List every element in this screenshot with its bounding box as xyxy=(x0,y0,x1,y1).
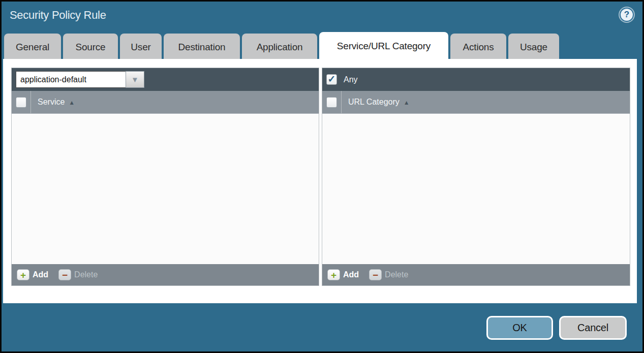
tab-label: Source xyxy=(75,42,105,53)
delete-button-label: Delete xyxy=(385,270,408,279)
service-dropdown-bar: application-default ▼ xyxy=(12,68,319,91)
tab-label: User xyxy=(131,42,150,53)
chevron-down-icon: ▼ xyxy=(131,76,139,83)
tab-usage[interactable]: Usage xyxy=(508,34,559,60)
add-button-label: Add xyxy=(343,270,359,279)
tab-label: Application xyxy=(257,42,303,53)
tab-label: General xyxy=(16,42,49,53)
service-type-dropdown[interactable]: application-default ▼ xyxy=(16,71,144,88)
service-add-button[interactable]: + Add xyxy=(17,269,48,280)
url-category-any-bar: ✓ Any xyxy=(322,68,630,91)
add-icon: + xyxy=(17,269,29,280)
url-category-delete-button[interactable]: − Delete xyxy=(369,269,408,280)
help-icon-glyph: ? xyxy=(624,10,629,20)
tab-bar: General Source User Destination Applicat… xyxy=(4,32,559,60)
help-icon[interactable]: ? xyxy=(620,8,634,22)
url-category-table-body[interactable] xyxy=(322,114,630,264)
url-category-select-all-cell xyxy=(322,91,342,113)
security-policy-rule-dialog: Security Policy Rule ? General Source Us… xyxy=(0,0,644,353)
url-category-any-checkbox[interactable]: ✓ xyxy=(326,74,337,85)
dialog-title: Security Policy Rule xyxy=(10,9,106,22)
url-category-table-footer: + Add − Delete xyxy=(322,264,630,285)
tab-user[interactable]: User xyxy=(120,34,162,60)
service-panel: application-default ▼ Service ▲ + Add xyxy=(11,68,319,286)
tab-application[interactable]: Application xyxy=(242,34,317,60)
delete-icon: − xyxy=(369,269,382,280)
add-button-label: Add xyxy=(33,270,48,279)
tab-general[interactable]: General xyxy=(4,34,61,60)
url-category-select-all-checkbox[interactable] xyxy=(326,97,337,108)
tab-label: Actions xyxy=(463,42,494,53)
sort-ascending-icon[interactable]: ▲ xyxy=(404,99,410,106)
tab-service-url-category[interactable]: Service/URL Category xyxy=(319,32,448,60)
url-category-any-label: Any xyxy=(344,75,358,84)
url-category-add-button[interactable]: + Add xyxy=(327,269,359,280)
tab-label: Usage xyxy=(520,42,547,53)
service-select-all-checkbox[interactable] xyxy=(16,97,26,108)
service-table-header: Service ▲ xyxy=(12,91,319,114)
url-category-panel: ✓ Any URL Category ▲ + Add − Delete xyxy=(322,68,630,286)
delete-icon: − xyxy=(58,269,71,280)
tab-actions[interactable]: Actions xyxy=(450,34,506,60)
service-type-dropdown-button[interactable]: ▼ xyxy=(126,71,144,88)
url-category-column-header[interactable]: URL Category xyxy=(348,98,400,107)
service-column-header[interactable]: Service xyxy=(38,98,65,107)
cancel-button[interactable]: Cancel xyxy=(559,316,627,340)
url-category-table-header: URL Category ▲ xyxy=(322,91,630,114)
tab-source[interactable]: Source xyxy=(63,34,118,60)
tab-content-area: application-default ▼ Service ▲ + Add xyxy=(3,59,637,303)
ok-button[interactable]: OK xyxy=(486,316,553,340)
service-select-all-cell xyxy=(12,91,31,113)
tab-destination[interactable]: Destination xyxy=(164,34,240,60)
delete-button-label: Delete xyxy=(74,270,98,279)
service-type-dropdown-value[interactable]: application-default xyxy=(16,71,126,88)
tab-label: Destination xyxy=(178,42,226,53)
service-delete-button[interactable]: − Delete xyxy=(58,269,98,280)
sort-ascending-icon[interactable]: ▲ xyxy=(69,99,75,106)
add-icon: + xyxy=(327,269,340,280)
service-table-footer: + Add − Delete xyxy=(12,264,319,285)
service-table-body[interactable] xyxy=(12,114,319,264)
checkmark-icon: ✓ xyxy=(328,74,336,84)
tab-label: Service/URL Category xyxy=(337,41,431,52)
